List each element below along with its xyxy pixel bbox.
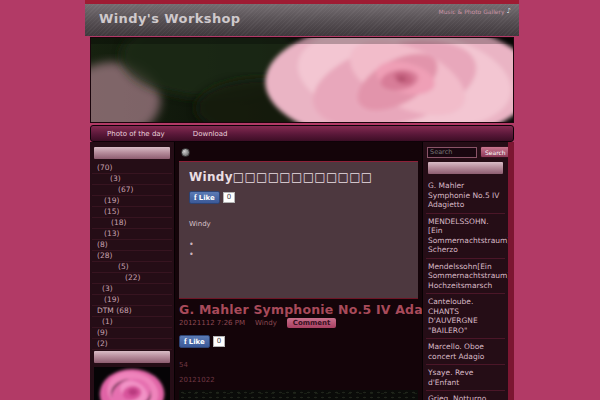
category-item[interactable]: (22) [92, 273, 172, 284]
profile-author: Windy [189, 220, 408, 228]
sidebar-header-bar [94, 147, 170, 159]
tagline-text: Music & Photo Gallery [439, 8, 505, 15]
playlist-item[interactable]: Grieg. Notturno from Lyric suite. [426, 391, 505, 400]
feed-icon[interactable] [181, 148, 190, 157]
category-item[interactable]: (2) [92, 339, 172, 350]
playlist-item[interactable]: Ysaye. Reve d'Enfant [426, 365, 505, 391]
category-count: (68) [116, 306, 131, 315]
playlist-item[interactable]: Canteloube. CHANTS D'AUVERGNE "BAILERO" [426, 294, 505, 339]
right-sidebar: Search G. Mahler Symphonie No.5 IV Adagi… [422, 142, 508, 400]
category-item[interactable]: (3) [92, 284, 172, 295]
playlist-item[interactable]: MENDELSSOHN. [Ein Sommernachtstraum] Sch… [426, 214, 505, 259]
category-count: (15) [104, 207, 119, 216]
site-title: Windy's Workshop [99, 11, 241, 26]
search-button[interactable]: Search [480, 146, 508, 158]
bullet-item: • [189, 250, 408, 260]
nav-item-download[interactable]: Download [193, 130, 228, 138]
category-item[interactable]: (5) [92, 262, 172, 273]
category-item[interactable]: (13) [92, 229, 172, 240]
site-header: Windy's Workshop Music & Photo Gallery ♪ [85, 4, 519, 36]
facebook-like-button[interactable]: f Like [189, 191, 220, 204]
playlist-item[interactable]: Mendelssohn[Ein Sommernachtstraum] Hochz… [426, 259, 505, 295]
category-count: (1) [102, 317, 113, 326]
category-count: (19) [104, 196, 119, 205]
facebook-icon: f [194, 193, 197, 202]
comment-button[interactable]: Comment [287, 318, 337, 328]
nav-item-photo-of-the-day[interactable]: Photo of the day [107, 130, 165, 138]
playlist-item[interactable]: Marcello. Oboe concert Adagio [426, 339, 505, 365]
music-note-icon: ♪ [507, 7, 511, 15]
main-column: Windy□□□□□□□□□□□□ f Like 0 Windy • • G. … [175, 142, 422, 400]
post-title[interactable]: G. Mahler Symphonie No.5 IV Adagietto [179, 302, 418, 317]
facebook-like-count: 0 [213, 336, 225, 347]
category-count: (9) [97, 328, 108, 337]
category-item[interactable]: (15) [92, 207, 172, 218]
category-count: (19) [104, 295, 119, 304]
search-bar: Search [427, 146, 504, 158]
left-sidebar: (70) (3) (67) (19) (15) (18) (13) (8) (2… [90, 142, 175, 400]
category-item[interactable]: (1) [92, 317, 172, 328]
post-body-line: 20121022 [179, 376, 418, 384]
post-meta: 20121112 7:26 PM Windy Comment [179, 318, 418, 328]
rose-photo-illustration [91, 38, 513, 122]
facebook-like-label: Like [199, 194, 215, 202]
facebook-like-widget: f Like 0 [179, 335, 418, 348]
category-item[interactable]: DTM (68) [92, 306, 172, 317]
category-item[interactable]: (19) [92, 295, 172, 306]
playlist: G. Mahler Symphonie No.5 IV Adagietto ME… [426, 178, 505, 400]
facebook-like-label: Like [189, 338, 205, 346]
category-count: (18) [111, 218, 126, 227]
profile-box: Windy□□□□□□□□□□□□ f Like 0 Windy • • [179, 161, 418, 299]
bullet-item: • [189, 240, 408, 250]
category-label: DTM [97, 306, 116, 315]
category-count: (70) [97, 163, 112, 172]
post-body-line: 54 [179, 361, 418, 369]
header-rose-photo [90, 37, 514, 123]
category-count: (5) [118, 262, 129, 271]
category-item[interactable]: (28) [92, 251, 172, 262]
facebook-icon: f [184, 337, 187, 346]
category-item[interactable]: (70) [92, 163, 172, 174]
facebook-like-button[interactable]: f Like [179, 335, 210, 348]
category-count: (28) [97, 251, 112, 260]
post-date: 20121112 7:26 PM [179, 319, 245, 327]
category-list: (70) (3) (67) (19) (15) (18) (13) (8) (2… [92, 163, 172, 350]
category-count: (22) [125, 273, 140, 282]
playlist-header-bar [428, 162, 503, 174]
category-item[interactable]: (3) [92, 174, 172, 185]
content-area: (70) (3) (67) (19) (15) (18) (13) (8) (2… [90, 142, 514, 400]
category-count: (2) [97, 339, 108, 348]
category-item[interactable]: (9) [92, 328, 172, 339]
category-count: (3) [102, 284, 113, 293]
category-count: (3) [110, 174, 121, 183]
search-input[interactable] [427, 147, 477, 158]
category-count: (67) [118, 185, 133, 194]
main-navigation: Photo of the day Download [90, 125, 514, 142]
facebook-like-count: 0 [223, 192, 235, 203]
rose-thumb-illustration [94, 367, 170, 400]
category-item[interactable]: (18) [92, 218, 172, 229]
category-count: (13) [104, 229, 119, 238]
profile-title: Windy□□□□□□□□□□□□ [189, 170, 408, 184]
post-author: Windy [255, 319, 277, 327]
rose-thumbnail-photo[interactable] [94, 367, 170, 400]
site-tagline[interactable]: Music & Photo Gallery ♪ [439, 7, 511, 15]
facebook-like-widget: f Like 0 [189, 191, 408, 204]
category-count: (8) [97, 240, 108, 249]
page-container: Windy's Workshop Music & Photo Gallery ♪ [85, 0, 519, 400]
profile-bullet-list: • • [189, 240, 408, 260]
sidebar-footer-bar [94, 351, 170, 363]
post-photo[interactable]: My favorite promenade. [179, 390, 418, 400]
playlist-item[interactable]: G. Mahler Symphonie No.5 IV Adagietto [426, 178, 505, 214]
category-item[interactable]: (19) [92, 196, 172, 207]
category-item[interactable]: (8) [92, 240, 172, 251]
category-item[interactable]: (67) [92, 185, 172, 196]
